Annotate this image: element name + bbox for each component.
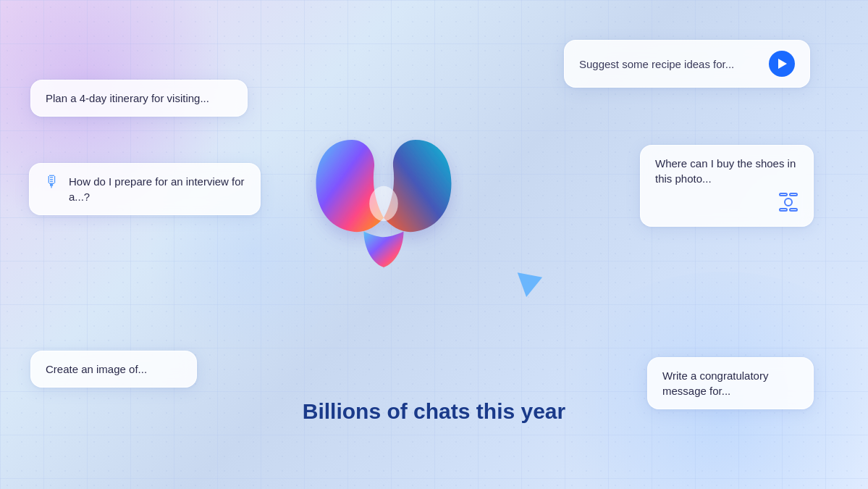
svg-rect-1 [790, 193, 797, 196]
card-itinerary[interactable]: Plan a 4-day itinerary for visiting... [30, 80, 248, 117]
card-shoes[interactable]: Where can I buy the shoes in this photo.… [640, 145, 814, 227]
svg-point-4 [785, 198, 792, 206]
card-shoes-text: Where can I buy the shoes in this photo.… [655, 157, 796, 185]
card-recipe-text: Suggest some recipe ideas for... [579, 58, 762, 70]
svg-point-5 [369, 186, 398, 221]
mic-icon: 🎙 [44, 174, 60, 190]
camera-icon [655, 192, 799, 216]
card-congrats-text: Write a congratulatory message for... [662, 369, 768, 397]
send-button[interactable] [769, 51, 795, 77]
card-interview[interactable]: 🎙 How do I prepare for an interview for … [29, 163, 261, 215]
card-create-image-text: Create an image of... [46, 363, 147, 375]
card-interview-text: How do I prepare for an interview for a.… [69, 175, 245, 203]
card-create-image[interactable]: Create an image of... [30, 351, 197, 388]
card-congrats[interactable]: Write a congratulatory message for... [647, 357, 814, 409]
card-interview-content: How do I prepare for an interview for a.… [69, 174, 245, 204]
svg-rect-3 [790, 209, 797, 211]
card-itinerary-text: Plan a 4-day itinerary for visiting... [46, 92, 209, 104]
svg-rect-2 [780, 209, 787, 211]
card-recipe[interactable]: Suggest some recipe ideas for... [564, 40, 810, 88]
copilot-logo [304, 116, 463, 275]
send-icon [778, 59, 787, 69]
svg-rect-0 [780, 193, 787, 196]
main-heading: Billions of chats this year [303, 399, 565, 424]
